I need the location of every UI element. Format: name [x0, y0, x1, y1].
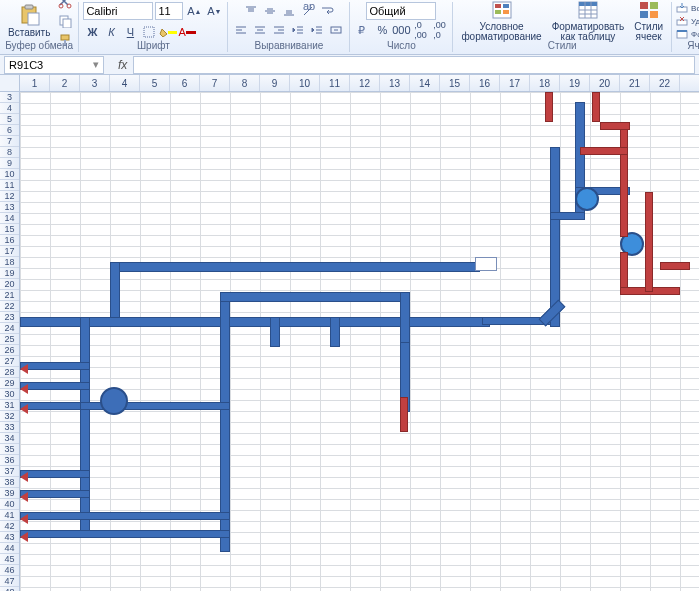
- align-right-button[interactable]: [270, 21, 288, 39]
- name-box[interactable]: R91C3▾: [4, 56, 104, 74]
- align-top-button[interactable]: [242, 2, 260, 20]
- row-header[interactable]: 17: [0, 246, 19, 257]
- row-header[interactable]: 20: [0, 279, 19, 290]
- row-header[interactable]: 42: [0, 521, 19, 532]
- cell-styles-button[interactable]: Стили ячеек: [630, 0, 667, 44]
- select-all-corner[interactable]: [0, 75, 20, 91]
- cut-button[interactable]: [56, 0, 74, 11]
- align-middle-button[interactable]: [261, 2, 279, 20]
- row-header[interactable]: 4: [0, 103, 19, 114]
- percent-button[interactable]: %: [373, 21, 391, 39]
- spreadsheet-grid[interactable]: 3456789101112131415161718192021222324252…: [0, 92, 699, 591]
- row-header[interactable]: 33: [0, 422, 19, 433]
- row-header[interactable]: 21: [0, 290, 19, 301]
- row-header[interactable]: 16: [0, 235, 19, 246]
- row-header[interactable]: 27: [0, 356, 19, 367]
- column-header[interactable]: 13: [380, 75, 410, 91]
- row-header[interactable]: 46: [0, 565, 19, 576]
- row-header[interactable]: 41: [0, 510, 19, 521]
- comma-button[interactable]: 000: [392, 21, 410, 39]
- font-name-select[interactable]: [83, 2, 153, 20]
- underline-button[interactable]: Ч: [121, 23, 139, 41]
- row-header[interactable]: 15: [0, 224, 19, 235]
- bold-button[interactable]: Ж: [83, 23, 101, 41]
- column-header[interactable]: 11: [320, 75, 350, 91]
- row-header[interactable]: 12: [0, 191, 19, 202]
- column-header[interactable]: 14: [410, 75, 440, 91]
- border-button[interactable]: [140, 23, 158, 41]
- currency-button[interactable]: ₽: [354, 21, 372, 39]
- increase-decimal-button[interactable]: ,0,00: [411, 21, 429, 39]
- fx-icon[interactable]: fx: [118, 58, 127, 72]
- column-header[interactable]: 17: [500, 75, 530, 91]
- row-header[interactable]: 19: [0, 268, 19, 279]
- row-header[interactable]: 24: [0, 323, 19, 334]
- merge-button[interactable]: [327, 21, 345, 39]
- row-header[interactable]: 39: [0, 488, 19, 499]
- decrease-indent-button[interactable]: [289, 21, 307, 39]
- orientation-button[interactable]: ab: [299, 2, 317, 20]
- column-header[interactable]: 16: [470, 75, 500, 91]
- italic-button[interactable]: К: [102, 23, 120, 41]
- cells-area[interactable]: [20, 92, 699, 591]
- row-header[interactable]: 43: [0, 532, 19, 543]
- row-header[interactable]: 37: [0, 466, 19, 477]
- row-header[interactable]: 35: [0, 444, 19, 455]
- row-header[interactable]: 47: [0, 576, 19, 587]
- column-header[interactable]: 4: [110, 75, 140, 91]
- shrink-font-button[interactable]: A▼: [205, 2, 223, 20]
- row-header[interactable]: 28: [0, 367, 19, 378]
- row-header[interactable]: 44: [0, 543, 19, 554]
- decrease-decimal-button[interactable]: ,00,0: [430, 21, 448, 39]
- column-header[interactable]: 18: [530, 75, 560, 91]
- row-header[interactable]: 6: [0, 125, 19, 136]
- row-header[interactable]: 10: [0, 169, 19, 180]
- column-header[interactable]: 7: [200, 75, 230, 91]
- column-header[interactable]: 21: [620, 75, 650, 91]
- font-color-button[interactable]: A: [178, 23, 196, 41]
- row-header[interactable]: 32: [0, 411, 19, 422]
- row-header[interactable]: 31: [0, 400, 19, 411]
- delete-cells-button[interactable]: Удалить▾: [676, 15, 699, 27]
- column-header[interactable]: 12: [350, 75, 380, 91]
- align-center-button[interactable]: [251, 21, 269, 39]
- column-header[interactable]: 5: [140, 75, 170, 91]
- column-header[interactable]: 3: [80, 75, 110, 91]
- row-header[interactable]: 48: [0, 587, 19, 591]
- insert-cells-button[interactable]: Вставить▾: [676, 2, 699, 14]
- row-header[interactable]: 36: [0, 455, 19, 466]
- row-header[interactable]: 38: [0, 477, 19, 488]
- paste-button[interactable]: Вставить: [4, 2, 54, 40]
- grow-font-button[interactable]: A▲: [185, 2, 203, 20]
- row-header[interactable]: 22: [0, 301, 19, 312]
- row-header[interactable]: 34: [0, 433, 19, 444]
- column-header[interactable]: 19: [560, 75, 590, 91]
- row-header[interactable]: 11: [0, 180, 19, 191]
- row-header[interactable]: 14: [0, 213, 19, 224]
- row-header[interactable]: 7: [0, 136, 19, 147]
- row-header[interactable]: 13: [0, 202, 19, 213]
- row-header[interactable]: 8: [0, 147, 19, 158]
- format-cells-button[interactable]: Формат▾: [676, 28, 699, 40]
- column-header[interactable]: 8: [230, 75, 260, 91]
- row-header[interactable]: 3: [0, 92, 19, 103]
- column-header[interactable]: 22: [650, 75, 680, 91]
- copy-button[interactable]: [56, 12, 74, 30]
- row-header[interactable]: 9: [0, 158, 19, 169]
- row-header[interactable]: 45: [0, 554, 19, 565]
- column-header[interactable]: 2: [50, 75, 80, 91]
- row-header[interactable]: 26: [0, 345, 19, 356]
- row-header[interactable]: 18: [0, 257, 19, 268]
- column-header[interactable]: 10: [290, 75, 320, 91]
- row-header[interactable]: 40: [0, 499, 19, 510]
- formula-bar[interactable]: [133, 56, 695, 74]
- row-header[interactable]: 25: [0, 334, 19, 345]
- align-left-button[interactable]: [232, 21, 250, 39]
- conditional-format-button[interactable]: Условное форматирование: [457, 0, 545, 44]
- column-header[interactable]: 20: [590, 75, 620, 91]
- align-bottom-button[interactable]: [280, 2, 298, 20]
- wrap-text-button[interactable]: [318, 2, 336, 20]
- increase-indent-button[interactable]: [308, 21, 326, 39]
- row-header[interactable]: 30: [0, 389, 19, 400]
- number-format-select[interactable]: [366, 2, 436, 20]
